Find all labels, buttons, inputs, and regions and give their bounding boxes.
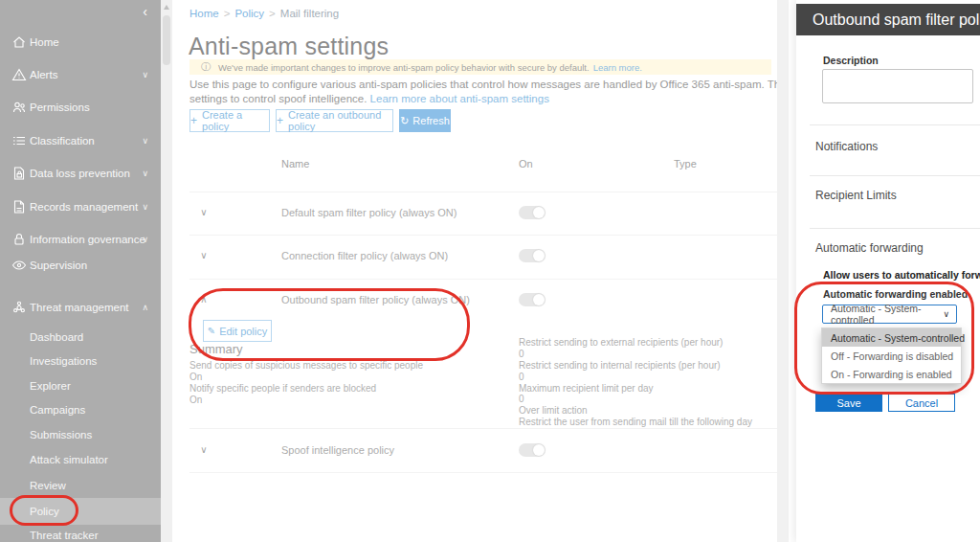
chevron-down-icon: ∨ <box>943 309 949 319</box>
section-recipient-limits[interactable]: Recipient Limits <box>815 189 897 202</box>
sidebar-item-investigations[interactable]: Investigations <box>0 350 161 373</box>
sidebar-item-attack-simulator[interactable]: Attack simulator <box>0 448 161 471</box>
plus-icon: + <box>190 114 197 127</box>
breadcrumb-current: Mail filtering <box>280 8 339 19</box>
section-divider <box>810 175 980 176</box>
sidebar-item-label: Records management <box>30 201 138 213</box>
edit-pencil-icon: ✎ <box>208 326 215 336</box>
row-divider <box>189 235 777 236</box>
summary-item: Restrict sending to internal recipients … <box>519 360 721 371</box>
main-scrollbar[interactable] <box>777 0 789 542</box>
chevron-down-icon[interactable]: ∨ <box>197 207 211 217</box>
policy-toggle[interactable] <box>519 206 546 219</box>
eye-icon <box>11 258 27 273</box>
banner-text: We've made important changes to improve … <box>218 62 590 73</box>
sidebar-item-campaigns[interactable]: Campaigns <box>0 398 161 421</box>
home-icon <box>11 34 27 50</box>
chevron-down-icon[interactable]: ∨ <box>197 444 211 455</box>
section-notifications[interactable]: Notifications <box>815 140 878 153</box>
cancel-button[interactable]: Cancel <box>888 394 955 412</box>
chevron-up-icon: ∧ <box>142 303 148 312</box>
chevron-down-icon: ∨ <box>142 202 148 212</box>
button-label: Create a policy <box>202 109 269 132</box>
option-on[interactable]: On - Forwarding is enabled <box>822 365 961 383</box>
select-value: Automatic - System-controlled <box>831 303 956 326</box>
sidebar-item-data-loss-prevention[interactable]: Data loss prevention ∨ <box>0 160 161 187</box>
outbound-policy-flyout: Outbound spam filter policy Description … <box>796 0 980 542</box>
sidebar-item-explorer[interactable]: Explorer <box>0 374 161 397</box>
sidebar-item-submissions[interactable]: Submissions <box>0 423 161 446</box>
chevron-down-icon: ∨ <box>142 169 148 178</box>
forwarding-enabled-label: Automatic forwarding enabled <box>823 288 968 300</box>
save-button[interactable]: Save <box>815 394 882 412</box>
chevron-down-icon: ∨ <box>142 70 148 79</box>
sidebar-item-dashboard[interactable]: Dashboard <box>0 326 161 349</box>
sidebar-item-records-management[interactable]: Records management ∨ <box>0 193 161 220</box>
summary-value: Restrict the user from sending mail till… <box>519 417 752 427</box>
scroll-up-arrow-icon[interactable] <box>164 5 169 10</box>
sidebar-item-supervision[interactable]: Supervision <box>0 252 161 279</box>
collapse-sidebar-button[interactable]: ‹ <box>143 4 147 19</box>
row-divider <box>189 192 777 192</box>
sidebar-item-label: Permissions <box>30 102 90 113</box>
banner-learn-more-link[interactable]: Learn more. <box>593 62 642 73</box>
sidebar-item-threat-management[interactable]: Threat management ∧ <box>0 294 161 321</box>
sidebar: ‹ Home Alerts ∨ Permissions Classificati… <box>0 0 161 542</box>
toggle-knob <box>533 207 545 218</box>
sidebar-item-alerts[interactable]: Alerts ∨ <box>0 61 161 88</box>
description-input[interactable] <box>822 69 973 103</box>
chevron-down-icon[interactable]: ∨ <box>197 250 211 260</box>
anti-spam-settings-link[interactable]: Learn more about anti-spam settings <box>370 93 549 104</box>
sidebar-subitem-label: Policy <box>30 506 59 517</box>
breadcrumb-home-link[interactable]: Home <box>189 8 219 19</box>
summary-value: 0 <box>519 394 524 404</box>
sidebar-item-classification[interactable]: Classification ∨ <box>0 127 161 154</box>
sidebar-item-home[interactable]: Home <box>0 29 161 56</box>
section-automatic-forwarding[interactable]: Automatic forwarding <box>815 241 924 255</box>
edit-policy-button[interactable]: ✎ Edit policy <box>203 320 272 342</box>
plus-icon: + <box>277 114 283 127</box>
info-icon: ⓘ <box>201 60 211 74</box>
app: ‹ Home Alerts ∨ Permissions Classificati… <box>0 0 980 542</box>
document-icon <box>11 199 27 215</box>
forwarding-options-list: Automatic - System-controlled Off - Forw… <box>821 327 962 384</box>
sidebar-item-permissions[interactable]: Permissions <box>0 94 161 121</box>
create-policy-button[interactable]: + Create a policy <box>189 109 270 132</box>
option-automatic[interactable]: Automatic - System-controlled <box>822 328 961 347</box>
breadcrumb-separator: > <box>224 8 231 19</box>
main-content: Home>Policy>Mail filtering Anti-spam set… <box>172 0 777 542</box>
summary-item: Notify specific people if senders are bl… <box>189 383 376 394</box>
policy-toggle[interactable] <box>519 443 546 457</box>
create-outbound-policy-button[interactable]: + Create an outbound policy <box>276 109 393 132</box>
policy-toggle[interactable] <box>519 249 546 262</box>
description-text: settings to control spoof intelligence. <box>189 93 367 104</box>
forwarding-enabled-select[interactable]: Automatic - System-controlled ∨ <box>822 305 957 324</box>
row-divider <box>189 428 777 429</box>
sidebar-item-information-governance[interactable]: Information governance ∨ <box>0 226 161 253</box>
button-label: Create an outbound policy <box>288 109 392 132</box>
scrollbar-thumb[interactable] <box>163 15 170 65</box>
option-off[interactable]: Off - Forwarding is disabled <box>822 347 961 365</box>
sidebar-item-label: Information governance <box>30 234 145 245</box>
sidebar-subitem-label: Dashboard <box>30 331 83 343</box>
row-divider <box>189 472 777 473</box>
chevron-up-icon[interactable]: ∧ <box>197 294 211 305</box>
sidebar-scrollbar[interactable] <box>161 0 172 542</box>
sidebar-subitem-label: Review <box>30 480 66 491</box>
sidebar-item-threat-tracker[interactable]: Threat tracker <box>0 524 161 542</box>
sidebar-item-label: Classification <box>30 135 95 147</box>
breadcrumb-separator: > <box>269 8 276 19</box>
toggle-knob <box>533 294 545 305</box>
allow-forward-label: Allow users to automatically forward mes… <box>823 269 980 281</box>
policy-toggle[interactable] <box>519 293 546 306</box>
document-lock-icon <box>11 166 27 181</box>
summary-item: Send copies of suspicious messages to sp… <box>189 360 423 371</box>
sidebar-subitem-label: Explorer <box>30 380 71 392</box>
breadcrumb-policy-link[interactable]: Policy <box>234 8 264 19</box>
column-header-on: On <box>519 158 533 169</box>
sidebar-item-review[interactable]: Review <box>0 474 161 497</box>
refresh-button[interactable]: ↻ Refresh <box>399 109 451 132</box>
summary-value: On <box>189 395 202 405</box>
sidebar-item-label: Alerts <box>30 69 57 80</box>
sidebar-item-policy[interactable]: Policy <box>0 498 161 525</box>
